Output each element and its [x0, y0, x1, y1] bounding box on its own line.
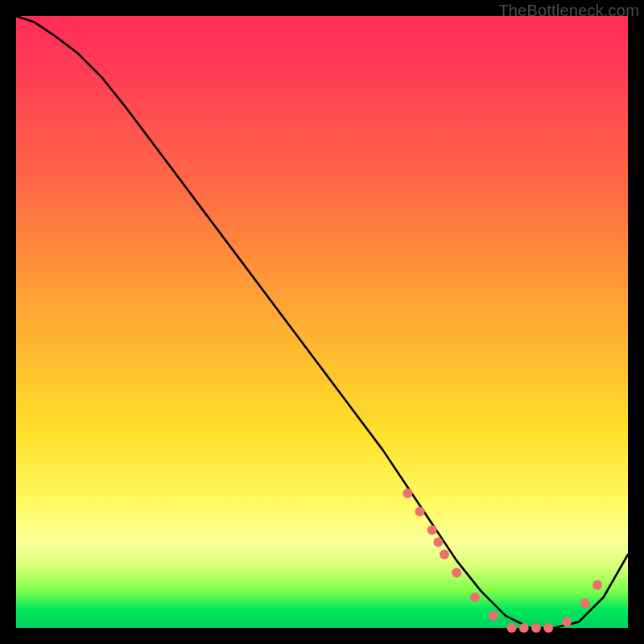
highlight-dot: [531, 623, 541, 633]
highlight-dot: [580, 599, 590, 609]
highlight-dot: [489, 611, 498, 621]
highlight-dot: [433, 538, 443, 547]
highlight-dot: [452, 568, 461, 578]
highlight-dot: [507, 623, 517, 633]
highlight-dot: [592, 580, 602, 590]
highlight-dot: [440, 550, 449, 559]
bottleneck-curve: [16, 16, 628, 628]
highlight-dot: [415, 507, 425, 517]
highlight-dot: [470, 592, 480, 602]
highlight-dot: [402, 489, 412, 498]
highlight-dots: [402, 489, 602, 633]
highlight-dot: [427, 525, 437, 535]
highlight-dot: [519, 623, 529, 633]
highlight-dot: [562, 617, 572, 626]
watermark-text: TheBottleneck.com: [498, 2, 639, 20]
plot-area: [16, 16, 628, 628]
curve-svg: [16, 16, 628, 628]
highlight-dot: [543, 623, 553, 633]
chart-frame: TheBottleneck.com: [0, 0, 644, 644]
